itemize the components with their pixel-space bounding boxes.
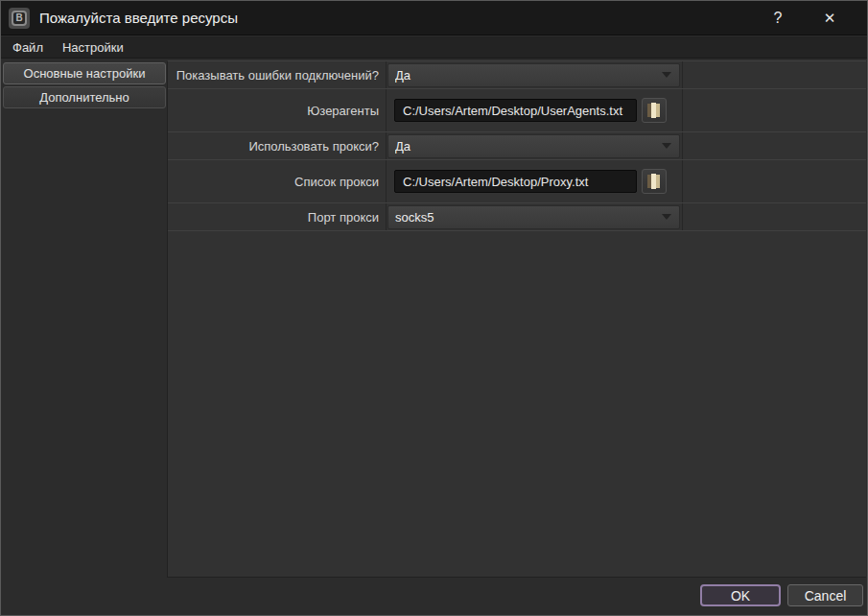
use-proxy-value-cell: Да (386, 132, 683, 159)
title-bar[interactable]: B Пожалуйста введите ресурсы ? ✕ (1, 1, 867, 36)
proxy-port-value-cell: socks5 (386, 203, 683, 230)
useragents-path-input[interactable] (394, 99, 637, 122)
use-proxy-label: Использовать прокси? (168, 139, 386, 154)
menu-bar: Файл Настройки (1, 36, 867, 59)
form-row-proxy-port: Порт прокси socks5 (168, 203, 866, 231)
menu-item-file[interactable]: Файл (3, 36, 53, 59)
menu-item-settings[interactable]: Настройки (53, 36, 133, 59)
chevron-down-icon (662, 143, 671, 149)
titlebar-buttons: ? ✕ (763, 1, 867, 35)
dialog-footer: OK Cancel (700, 584, 863, 606)
proxy-port-combobox[interactable]: socks5 (387, 205, 680, 229)
window-title: Пожалуйста введите ресурсы (39, 10, 238, 26)
form-row-use-proxy: Использовать прокси? Да (168, 132, 866, 160)
useragents-browse-button[interactable] (642, 98, 667, 123)
dialog-window: B Пожалуйста введите ресурсы ? ✕ Файл На… (0, 0, 868, 616)
sidebar-tab-additional[interactable]: Дополнительно (3, 86, 166, 108)
app-icon: B (9, 8, 30, 29)
show-errors-combobox[interactable]: Да (387, 63, 680, 87)
proxy-port-combobox-value: socks5 (395, 210, 662, 225)
chevron-down-icon (662, 214, 671, 220)
show-errors-combobox-value: Да (395, 68, 662, 83)
proxy-port-label: Порт прокси (168, 210, 386, 225)
cancel-button[interactable]: Cancel (787, 584, 863, 606)
settings-form-panel: Показывать ошибки подключений? Да Юзераг… (167, 60, 866, 578)
useragents-label: Юзерагенты (168, 104, 386, 118)
open-book-icon (647, 174, 661, 189)
useragents-value-cell (386, 89, 683, 131)
proxy-list-value-cell (386, 160, 683, 202)
proxy-list-path-input[interactable] (394, 170, 637, 193)
form-row-show-errors: Показывать ошибки подключений? Да (168, 61, 866, 89)
show-errors-value-cell: Да (386, 61, 683, 88)
ok-button[interactable]: OK (700, 584, 781, 606)
use-proxy-combobox-value: Да (395, 139, 662, 154)
app-logo-b-icon: B (12, 11, 27, 26)
use-proxy-combobox[interactable]: Да (387, 134, 680, 158)
sidebar: Основные настройки Дополнительно (1, 59, 167, 615)
form-row-proxy-list: Список прокси (168, 160, 866, 203)
sidebar-tab-main-settings[interactable]: Основные настройки (3, 62, 166, 84)
proxy-list-browse-button[interactable] (642, 169, 667, 194)
help-button[interactable]: ? (763, 1, 792, 35)
show-errors-label: Показывать ошибки подключений? (168, 68, 386, 83)
chevron-down-icon (662, 72, 671, 78)
open-book-icon (647, 103, 661, 118)
close-button[interactable]: ✕ (815, 1, 844, 35)
form-row-useragents: Юзерагенты (168, 89, 866, 132)
proxy-list-label: Список прокси (168, 175, 386, 189)
